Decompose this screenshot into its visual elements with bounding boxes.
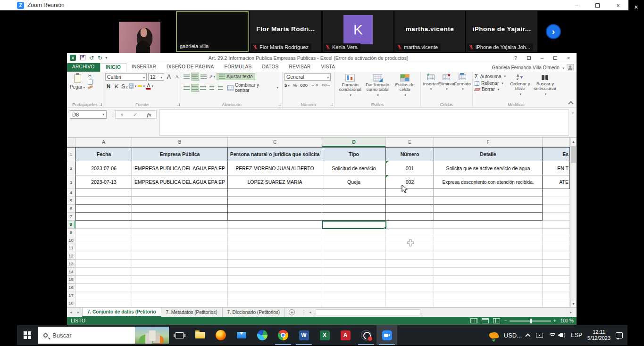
task-view-button[interactable] bbox=[169, 325, 190, 345]
cell[interactable] bbox=[75, 205, 132, 213]
cell[interactable] bbox=[132, 213, 228, 221]
select-all-corner[interactable] bbox=[67, 138, 75, 147]
row-header[interactable]: 14 bbox=[67, 268, 75, 276]
cell[interactable] bbox=[322, 229, 386, 237]
cell[interactable] bbox=[386, 291, 434, 299]
cell[interactable] bbox=[228, 205, 322, 213]
participant-tile-kenia[interactable]: K Kenia Vera bbox=[323, 11, 393, 52]
decrease-decimal-button[interactable]: .00→ bbox=[321, 83, 330, 87]
participant-tile-gabriela[interactable]: gabriela.villa bbox=[176, 11, 249, 52]
cell[interactable] bbox=[543, 268, 570, 276]
cell[interactable]: EMPRESA PUBLICA DEL AGUA EPA EP bbox=[132, 161, 228, 175]
cell[interactable] bbox=[322, 221, 386, 229]
cell[interactable] bbox=[386, 213, 434, 221]
col-header-c[interactable]: C bbox=[228, 138, 322, 147]
cut-button[interactable]: ✂ bbox=[88, 73, 93, 78]
cell[interactable] bbox=[132, 236, 228, 244]
cell[interactable] bbox=[75, 221, 132, 229]
grow-font-button[interactable]: A bbox=[166, 74, 172, 80]
screen-cast-icon[interactable] bbox=[536, 333, 543, 338]
cell[interactable] bbox=[434, 205, 543, 213]
help-button[interactable]: ? bbox=[510, 55, 522, 61]
cell[interactable] bbox=[228, 189, 322, 197]
cell[interactable] bbox=[543, 197, 570, 205]
sheet-next-button[interactable]: ▸ bbox=[75, 308, 82, 317]
zoom-level[interactable]: 100 % bbox=[560, 318, 574, 323]
row-header[interactable]: 11 bbox=[67, 244, 75, 252]
cell[interactable] bbox=[543, 221, 570, 229]
cell[interactable] bbox=[434, 197, 543, 205]
cell[interactable] bbox=[543, 260, 570, 268]
cell[interactable] bbox=[434, 252, 543, 260]
cell[interactable] bbox=[543, 252, 570, 260]
cell[interactable] bbox=[75, 291, 132, 299]
font-size-select[interactable]: 12 bbox=[148, 73, 164, 81]
cell[interactable] bbox=[322, 236, 386, 244]
sheet-tab-conjunto[interactable]: 7. Conjunto de datos (Petitorio bbox=[82, 308, 161, 317]
cell[interactable] bbox=[75, 244, 132, 252]
cell[interactable] bbox=[543, 189, 570, 197]
cancel-button[interactable]: × bbox=[120, 112, 123, 117]
cell[interactable]: Número bbox=[386, 148, 434, 161]
cell[interactable] bbox=[386, 284, 434, 292]
wrap-text-button[interactable]: Ajustar texto bbox=[217, 74, 255, 80]
enter-button[interactable]: ✓ bbox=[133, 112, 137, 118]
scroll-up-icon[interactable]: ▲ bbox=[570, 138, 577, 145]
page-layout-view-icon[interactable] bbox=[482, 318, 489, 323]
scrollbar-thumb[interactable] bbox=[571, 146, 576, 163]
col-header-f[interactable]: F bbox=[434, 138, 543, 147]
cell[interactable] bbox=[228, 291, 322, 299]
insert-cells-button[interactable]: Insertar bbox=[423, 73, 438, 101]
cell[interactable] bbox=[322, 276, 386, 284]
tab-insertar[interactable]: INSERTAR bbox=[126, 63, 161, 72]
close-button[interactable]: × bbox=[608, 0, 628, 10]
col-header-a[interactable]: A bbox=[75, 138, 132, 147]
align-bottom-button[interactable] bbox=[200, 73, 207, 80]
speaker-icon[interactable] bbox=[560, 333, 563, 337]
cell[interactable] bbox=[386, 268, 434, 276]
comma-format-button[interactable]: 000 bbox=[300, 82, 308, 88]
col-header-e[interactable]: E bbox=[386, 138, 434, 147]
participant-video-cinthia[interactable] bbox=[119, 22, 160, 54]
normal-view-icon[interactable] bbox=[470, 318, 477, 323]
fill-button[interactable]: ↓Rellenar bbox=[475, 81, 508, 86]
italic-button[interactable]: K bbox=[113, 83, 120, 89]
cell[interactable] bbox=[228, 268, 322, 276]
cell[interactable] bbox=[322, 197, 386, 205]
cell[interactable] bbox=[75, 213, 132, 221]
cell[interactable] bbox=[543, 229, 570, 237]
increase-indent-button[interactable] bbox=[217, 84, 224, 91]
cell[interactable] bbox=[132, 197, 228, 205]
cell[interactable] bbox=[543, 236, 570, 244]
cell[interactable] bbox=[132, 189, 228, 197]
account-menu[interactable]: Gabriela Fernanda Villa Olmedo bbox=[492, 63, 577, 72]
underline-button[interactable]: S bbox=[121, 83, 128, 89]
expand-formula-bar-button[interactable]: ˅ bbox=[570, 111, 576, 116]
mail-button[interactable] bbox=[231, 325, 252, 345]
scroll-down-icon[interactable]: ▼ bbox=[570, 300, 577, 307]
zoom-slider-thumb[interactable] bbox=[530, 319, 532, 323]
row-header[interactable]: 16 bbox=[67, 284, 75, 292]
delete-cells-button[interactable]: Eliminar bbox=[438, 73, 454, 101]
clock[interactable]: 12:11 5/12/2023 bbox=[587, 329, 611, 341]
horizontal-scrollbar[interactable] bbox=[316, 309, 420, 315]
tab-revisar[interactable]: REVISAR bbox=[284, 63, 316, 72]
cell[interactable] bbox=[386, 205, 434, 213]
cell[interactable]: Es bbox=[543, 148, 570, 161]
dialog-launcher-icon[interactable] bbox=[278, 103, 281, 106]
cell[interactable]: Expresa descontento con atención recibid… bbox=[434, 175, 543, 189]
cell[interactable]: EMPRESA PUBLICA DEL AGUA EPA EP bbox=[132, 175, 228, 189]
insert-function-button[interactable]: fx bbox=[147, 112, 151, 117]
participant-tile-martha[interactable]: martha.vicente martha.vicente bbox=[394, 11, 465, 52]
formula-input[interactable] bbox=[159, 109, 569, 136]
redo-button[interactable]: ↻ bbox=[98, 55, 102, 61]
shrink-font-button[interactable]: A bbox=[174, 74, 180, 79]
sort-filter-button[interactable]: AZ▼ Ordenar y filtrar bbox=[508, 73, 532, 101]
cell[interactable] bbox=[228, 213, 322, 221]
collapse-ribbon-button[interactable] bbox=[568, 101, 573, 106]
cell[interactable] bbox=[386, 260, 434, 268]
paste-button[interactable]: Pegar bbox=[69, 73, 86, 101]
cell[interactable] bbox=[75, 276, 132, 284]
cell[interactable]: Solicita que se active servicio de agua bbox=[434, 161, 543, 175]
sheet-prev-button[interactable]: ◂ bbox=[67, 308, 75, 317]
